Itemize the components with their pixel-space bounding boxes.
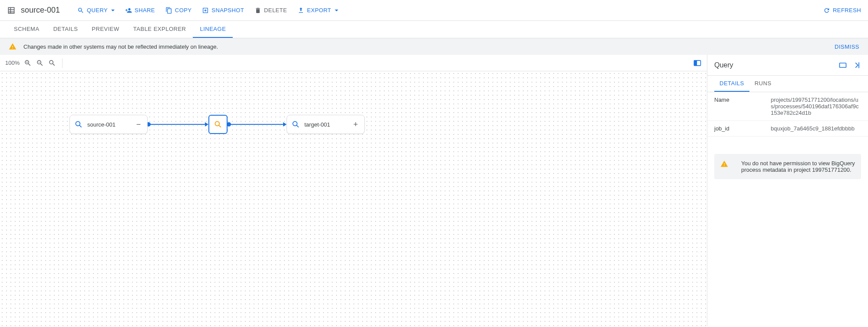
export-icon — [297, 7, 304, 14]
edge-line — [150, 124, 205, 125]
edge-line — [230, 124, 284, 125]
warning-icon — [720, 160, 728, 173]
lineage-node-target[interactable]: target-001 + — [287, 115, 365, 134]
share-label: SHARE — [135, 7, 155, 13]
trash-icon — [254, 7, 261, 14]
property-key: job_id — [714, 125, 771, 132]
tabs: SCHEMA DETAILS PREVIEW TABLE EXPLORER LI… — [0, 21, 868, 38]
permission-warning-text: You do not have permission to view BigQu… — [741, 160, 855, 173]
side-tab-runs[interactable]: RUNS — [749, 76, 777, 92]
svg-rect-2 — [694, 60, 697, 66]
svg-point-5 — [293, 121, 297, 126]
lineage-canvas[interactable]: source-001 − target-001 + — [0, 71, 707, 326]
warning-banner: Changes made in other systems may not be… — [0, 38, 868, 55]
tab-schema[interactable]: SCHEMA — [7, 21, 46, 38]
export-button[interactable]: EXPORT — [297, 7, 338, 14]
canvas-toolbar: 100% — [0, 55, 707, 71]
bigquery-icon — [291, 120, 300, 129]
permission-warning: You do not have permission to view BigQu… — [714, 154, 861, 179]
zoom-out-icon[interactable] — [36, 59, 44, 67]
svg-rect-7 — [858, 62, 859, 68]
query-button[interactable]: QUERY — [77, 7, 115, 14]
side-panel-tabs: DETAILS RUNS — [707, 76, 868, 92]
side-tab-details[interactable]: DETAILS — [714, 76, 749, 92]
share-button[interactable]: SHARE — [125, 7, 155, 14]
property-row: Name projects/199751771200/locations/us/… — [707, 92, 868, 121]
node-label: source-001 — [87, 121, 130, 128]
property-value: projects/199751771200/locations/us/proce… — [771, 97, 861, 116]
delete-label: DELETE — [264, 7, 287, 13]
warning-text: Changes made in other systems may not be… — [23, 43, 218, 50]
toolbar-actions: QUERY SHARE COPY SNAPSHOT DELETE EXPORT … — [77, 7, 861, 14]
chevron-down-icon — [335, 10, 338, 11]
side-panel: Query DETAILS RUNS Name projects/1997517… — [707, 55, 868, 326]
lineage-node-source[interactable]: source-001 − — [69, 115, 148, 134]
copy-button[interactable]: COPY — [165, 7, 191, 14]
svg-point-4 — [215, 121, 219, 126]
bigquery-icon — [74, 120, 83, 129]
tab-table-explorer[interactable]: TABLE EXPLORER — [126, 21, 193, 38]
zoom-reset-icon[interactable] — [48, 59, 56, 67]
fullscreen-icon[interactable] — [693, 59, 702, 67]
snapshot-icon — [202, 7, 209, 14]
tab-lineage[interactable]: LINEAGE — [193, 21, 233, 38]
chevron-down-icon — [111, 10, 115, 11]
top-toolbar: source-001 QUERY SHARE COPY SNAPSHOT DEL… — [0, 0, 868, 21]
svg-point-3 — [76, 121, 80, 126]
svg-rect-6 — [840, 63, 846, 67]
table-icon — [7, 6, 16, 15]
canvas-area: 100% source-001 − — [0, 55, 707, 326]
person-add-icon — [125, 7, 132, 14]
bigquery-process-icon — [214, 120, 222, 129]
page-title: source-001 — [21, 6, 60, 15]
expand-icon[interactable]: + — [351, 120, 360, 129]
property-list: Name projects/199751771200/locations/us/… — [707, 92, 868, 137]
property-value: bquxjob_7a6465c9_1881efdbbbb — [771, 125, 861, 132]
delete-button[interactable]: DELETE — [254, 7, 287, 14]
refresh-label: REFRESH — [833, 7, 861, 13]
dismiss-button[interactable]: DISMISS — [835, 43, 859, 50]
copy-label: COPY — [175, 7, 191, 13]
side-panel-title: Query — [714, 61, 833, 69]
main-content: 100% source-001 − — [0, 55, 868, 326]
node-label: target-001 — [304, 121, 347, 128]
refresh-button[interactable]: REFRESH — [823, 7, 861, 14]
refresh-icon — [823, 7, 830, 14]
export-label: EXPORT — [307, 7, 331, 13]
side-panel-header: Query — [707, 55, 868, 76]
collapse-icon[interactable]: − — [134, 120, 143, 129]
collapse-panel-icon[interactable] — [852, 61, 861, 70]
warning-icon — [9, 43, 17, 50]
zoom-in-icon[interactable] — [24, 59, 32, 67]
tab-preview[interactable]: PREVIEW — [85, 21, 126, 38]
edge-arrow-icon — [283, 122, 287, 127]
zoom-level: 100% — [5, 60, 20, 66]
search-icon — [77, 7, 84, 14]
property-row: job_id bquxjob_7a6465c9_1881efdbbbb — [707, 121, 868, 137]
copy-icon — [165, 7, 172, 14]
snapshot-button[interactable]: SNAPSHOT — [202, 7, 244, 14]
tab-details[interactable]: DETAILS — [46, 21, 85, 38]
divider — [62, 58, 63, 68]
property-key: Name — [714, 97, 771, 116]
edge-arrow-icon — [205, 122, 208, 127]
snapshot-label: SNAPSHOT — [211, 7, 244, 13]
query-label: QUERY — [87, 7, 108, 13]
lineage-node-process[interactable] — [208, 115, 228, 134]
panel-layout-icon[interactable] — [838, 61, 847, 70]
